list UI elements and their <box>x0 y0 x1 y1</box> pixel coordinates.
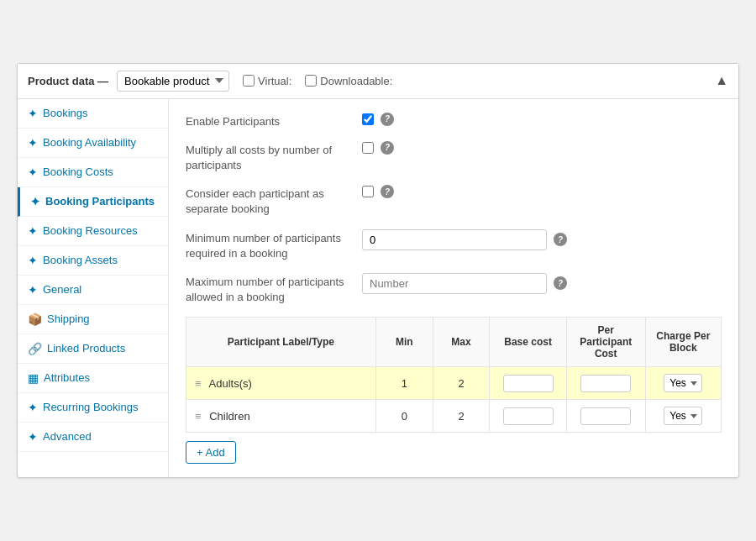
row-2-charge-select[interactable]: Yes No <box>664 407 702 425</box>
max-participants-help-icon: ? <box>554 276 567 290</box>
row-2-base-cost-input[interactable] <box>503 407 554 425</box>
multiply-costs-help-icon: ? <box>381 141 394 155</box>
row-1-charge-select[interactable]: Yes No <box>664 374 702 392</box>
sidebar-label-shipping: Shipping <box>47 313 90 325</box>
sidebar-label-attributes: Attributes <box>44 371 90 384</box>
sidebar-item-booking-participants[interactable]: ✦ Booking Participants <box>18 187 168 217</box>
row-1-min: 1 <box>375 367 433 400</box>
panel-body: ✦ Bookings ✦ Booking Availability ✦ Book… <box>18 99 738 478</box>
max-participants-input[interactable] <box>362 273 547 294</box>
sidebar-item-shipping[interactable]: 📦 Shipping <box>18 305 168 334</box>
min-participants-control: ? <box>362 229 567 250</box>
virtual-option[interactable]: Virtual: <box>243 75 291 87</box>
table-row: ≡ Children 0 2 Yes No <box>186 400 722 433</box>
add-participant-button[interactable]: + Add <box>186 441 236 464</box>
consider-each-checkbox[interactable] <box>362 186 374 197</box>
row-1-base-cost-input[interactable] <box>503 375 554 392</box>
th-per-participant-cost: Per Participant Cost <box>566 318 645 367</box>
min-participants-help-icon: ? <box>554 233 567 246</box>
sidebar-label-bookings: Bookings <box>43 107 87 119</box>
enable-participants-help-icon: ? <box>381 113 394 126</box>
participants-table: Participant Label/Type Min Max Base cost… <box>186 317 722 433</box>
table-row: ≡ Adults(s) 1 2 Yes No <box>186 367 722 400</box>
sidebar-item-general[interactable]: ✦ General <box>18 276 168 305</box>
th-max: Max <box>433 318 490 367</box>
row-2-label: Children <box>209 410 249 423</box>
max-participants-control: ? <box>362 273 567 294</box>
sidebar-label-general: General <box>43 283 81 296</box>
enable-participants-checkbox[interactable] <box>362 113 374 125</box>
sidebar-label-booking-resources: Booking Resources <box>43 224 138 237</box>
booking-availability-icon: ✦ <box>28 136 38 150</box>
advanced-icon: ✦ <box>28 430 38 444</box>
sidebar-item-booking-resources[interactable]: ✦ Booking Resources <box>18 217 168 246</box>
booking-resources-icon: ✦ <box>28 224 38 238</box>
panel-header: Product data — Bookable product Virtual:… <box>18 64 738 99</box>
sidebar-item-booking-assets[interactable]: ✦ Booking Assets <box>18 246 168 276</box>
sidebar-item-booking-availability[interactable]: ✦ Booking Availability <box>18 129 168 158</box>
sidebar-item-recurring-bookings[interactable]: ✦ Recurring Bookings <box>18 393 168 423</box>
enable-participants-label: Enable Participants <box>186 113 354 129</box>
recurring-bookings-icon: ✦ <box>28 401 38 414</box>
row-1-label: Adults(s) <box>209 377 252 390</box>
main-content: Enable Participants ? Multiply all costs… <box>169 99 738 478</box>
booking-assets-icon: ✦ <box>28 254 38 267</box>
enable-participants-group: Enable Participants ? <box>186 113 722 129</box>
sidebar-item-bookings[interactable]: ✦ Bookings <box>18 99 168 129</box>
row-1-charge-cell: Yes No <box>645 367 721 400</box>
sidebar-label-recurring-bookings: Recurring Bookings <box>43 401 138 413</box>
th-charge-per-block: Charge Per Block <box>645 318 721 367</box>
multiply-costs-label: Multiply all costs by number of particip… <box>186 141 354 173</box>
drag-handle-1[interactable]: ≡ <box>195 377 202 390</box>
th-min: Min <box>375 318 433 367</box>
table-header-row: Participant Label/Type Min Max Base cost… <box>186 318 722 367</box>
product-type-select[interactable]: Bookable product <box>117 71 229 92</box>
downloadable-checkbox[interactable] <box>305 75 317 87</box>
consider-each-label: Consider each participant as separate bo… <box>186 185 354 217</box>
general-icon: ✦ <box>28 283 38 297</box>
row-2-base-cost[interactable] <box>490 400 566 433</box>
sidebar-label-booking-participants: Booking Participants <box>45 195 155 207</box>
consider-each-control: ? <box>362 185 394 198</box>
panel-title: Product data — <box>28 75 108 87</box>
row-2-charge-cell: Yes No <box>645 400 721 433</box>
sidebar-item-attributes[interactable]: ▦ Attributes <box>18 364 168 393</box>
multiply-costs-checkbox[interactable] <box>362 142 374 154</box>
consider-each-help-icon: ? <box>381 185 394 198</box>
virtual-checkbox[interactable] <box>243 75 255 87</box>
row-1-per-cost-input[interactable] <box>580 375 631 392</box>
row-2-label-cell: ≡ Children <box>186 400 376 433</box>
downloadable-option[interactable]: Downloadable: <box>305 75 392 87</box>
attributes-icon: ▦ <box>28 371 39 385</box>
multiply-costs-control: ? <box>362 141 394 155</box>
row-1-label-cell: ≡ Adults(s) <box>186 367 376 400</box>
row-2-min: 0 <box>375 400 433 433</box>
min-participants-label: Minimum number of participants required … <box>186 229 354 261</box>
drag-handle-2[interactable]: ≡ <box>195 410 202 423</box>
sidebar-label-linked-products: Linked Products <box>47 342 125 355</box>
sidebar-label-booking-costs: Booking Costs <box>43 165 113 178</box>
th-base-cost: Base cost <box>490 318 566 367</box>
row-1-base-cost[interactable] <box>490 367 566 400</box>
sidebar-label-advanced: Advanced <box>43 430 92 443</box>
row-2-per-cost[interactable] <box>566 400 645 433</box>
booking-participants-icon: ✦ <box>30 195 40 208</box>
sidebar-item-linked-products[interactable]: 🔗 Linked Products <box>18 334 168 364</box>
sidebar-label-booking-availability: Booking Availability <box>43 136 136 149</box>
th-participant-label: Participant Label/Type <box>186 318 376 367</box>
row-1-per-cost[interactable] <box>566 367 645 400</box>
max-participants-group: Maximum number of participants allowed i… <box>186 273 722 305</box>
max-participants-label: Maximum number of participants allowed i… <box>186 273 354 305</box>
collapse-button[interactable]: ▲ <box>715 73 728 88</box>
row-2-max: 2 <box>433 400 490 433</box>
sidebar-item-advanced[interactable]: ✦ Advanced <box>18 423 168 452</box>
row-1-max: 2 <box>433 367 490 400</box>
min-participants-group: Minimum number of participants required … <box>186 229 722 261</box>
consider-each-group: Consider each participant as separate bo… <box>186 185 722 217</box>
sidebar-item-booking-costs[interactable]: ✦ Booking Costs <box>18 158 168 187</box>
header-options: Virtual: Downloadable: <box>243 75 392 87</box>
product-data-panel: Product data — Bookable product Virtual:… <box>17 63 739 479</box>
min-participants-input[interactable] <box>362 229 547 250</box>
linked-products-icon: 🔗 <box>28 342 42 355</box>
row-2-per-cost-input[interactable] <box>580 407 631 425</box>
